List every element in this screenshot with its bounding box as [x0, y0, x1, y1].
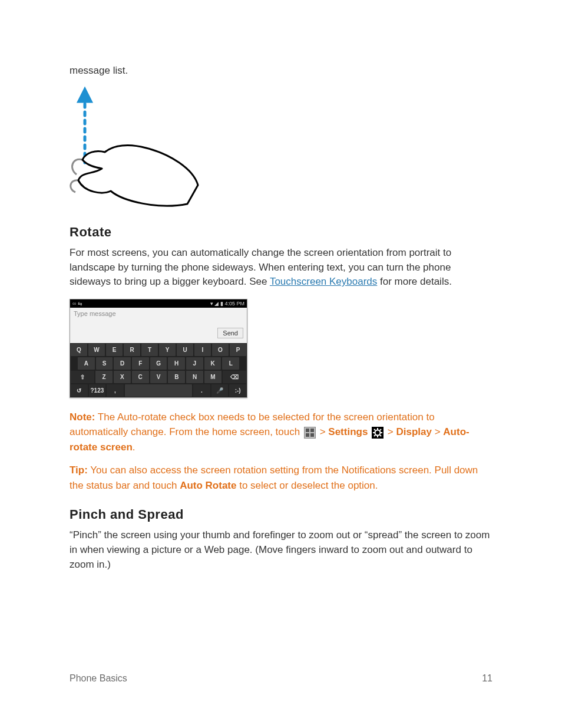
svg-line-9 — [380, 429, 381, 430]
note-label: Note: — [70, 411, 95, 423]
signal-icon: ◢ — [214, 301, 219, 307]
intro-fragment: message list. — [70, 65, 492, 77]
key: T — [141, 344, 158, 356]
key: B — [168, 371, 185, 383]
swype-key: ↺ — [71, 384, 88, 397]
svg-line-10 — [374, 435, 375, 436]
svg-point-2 — [375, 430, 381, 435]
key: Q — [71, 344, 87, 356]
key: O — [212, 344, 229, 356]
key: C — [132, 371, 149, 383]
swipe-gesture-illustration — [70, 86, 199, 210]
wifi-icon: ▾ — [210, 301, 213, 307]
send-button: Send — [217, 328, 243, 338]
gt-1: > — [317, 426, 328, 437]
status-icons-left: ∞ ⇆ — [72, 301, 82, 307]
key: G — [150, 357, 167, 370]
key: P — [230, 344, 246, 356]
heading-pinch-spread: Pinch and Spread — [70, 507, 492, 522]
key: U — [177, 344, 193, 356]
note-paragraph: Note: The Auto-rotate check box needs to… — [70, 410, 492, 455]
key: R — [124, 344, 140, 356]
battery-icon: ▮ — [220, 301, 223, 307]
rotate-text-post: for more details. — [377, 276, 452, 287]
key: M — [204, 371, 222, 383]
shift-key: ⇧ — [71, 371, 94, 383]
message-placeholder: Type message — [74, 310, 116, 317]
auto-rotate-strong: Auto Rotate — [180, 480, 236, 491]
emoji-key: :-) — [229, 384, 246, 397]
comma-key: , — [107, 384, 124, 397]
keyboard: Q W E R T Y U I O P A S D F G H J K L — [70, 343, 247, 397]
status-time: 4:05 PM — [224, 301, 244, 307]
settings-gear-icon — [372, 427, 384, 439]
period-key: . — [193, 384, 210, 397]
key: K — [204, 357, 222, 370]
rotate-paragraph: For most screens, you can automatically … — [70, 246, 492, 289]
key: I — [194, 344, 211, 356]
space-key — [125, 384, 192, 397]
tip-text-2: to select or deselect the option. — [236, 480, 378, 491]
heading-rotate: Rotate — [70, 225, 492, 240]
backspace-key: ⌫ — [223, 371, 246, 383]
landscape-keyboard-screenshot: ∞ ⇆ ▾ ◢ ▮ 4:05 PM Type message Send Q W … — [70, 299, 247, 398]
symbols-key: ?123 — [89, 384, 106, 397]
key: L — [222, 357, 239, 370]
key: Z — [95, 371, 113, 383]
page-number: 11 — [482, 673, 492, 684]
display-label: Display — [396, 426, 431, 437]
key: N — [186, 371, 203, 383]
status-icons-right: ▾ ◢ ▮ 4:05 PM — [210, 301, 244, 307]
key: J — [186, 357, 203, 370]
key: X — [114, 371, 131, 383]
key: E — [106, 344, 123, 356]
key: F — [132, 357, 149, 370]
mic-key: 🎤 — [211, 384, 229, 397]
svg-line-8 — [380, 435, 381, 436]
note-end: . — [133, 442, 135, 453]
apps-grid-icon — [304, 427, 316, 439]
svg-line-7 — [374, 429, 375, 430]
pinch-paragraph: “Pinch” the screen using your thumb and … — [70, 528, 492, 572]
gt-2: > — [385, 426, 396, 437]
settings-label: Settings — [328, 426, 368, 437]
key: H — [168, 357, 185, 370]
tip-label: Tip: — [70, 465, 88, 476]
key: D — [114, 357, 131, 370]
tip-paragraph: Tip: You can also access the screen rota… — [70, 463, 492, 493]
key: V — [150, 371, 167, 383]
svg-marker-0 — [79, 90, 91, 101]
gt-3: > — [432, 426, 443, 437]
footer-section-title: Phone Basics — [70, 673, 127, 684]
key: Y — [159, 344, 176, 356]
key: S — [96, 357, 113, 370]
key: A — [78, 357, 95, 370]
key: W — [88, 344, 105, 356]
link-touchscreen-keyboards[interactable]: Touchscreen Keyboards — [270, 276, 377, 287]
